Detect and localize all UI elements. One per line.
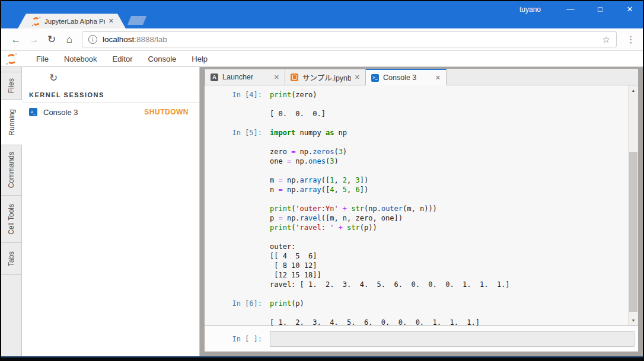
- browser-window: JupyterLab Alpha Preview ✕ tuyano — □ ✕ …: [0, 0, 644, 361]
- cell-code: import numpy as np: [270, 128, 347, 138]
- dock-tab-console-3[interactable]: >_Console 3✕: [366, 69, 447, 85]
- cell-code: m = np.array([1, 2, 3]): [270, 175, 368, 185]
- forward-icon: →: [25, 34, 43, 46]
- session-name: Console 3: [43, 108, 78, 117]
- notebook-icon: [291, 74, 298, 81]
- dock-tab-label: サンプル.ipynb: [302, 72, 351, 83]
- menu-item-notebook[interactable]: Notebook: [56, 55, 105, 63]
- minimize-button[interactable]: —: [565, 5, 576, 14]
- shutdown-button[interactable]: SHUTDOWN: [144, 108, 189, 116]
- scrollbar[interactable]: ▲ ▼: [628, 85, 638, 325]
- cell-code: n = np.array([4, 5, 6]): [270, 185, 368, 194]
- cell-prompt: [205, 166, 270, 175]
- back-icon[interactable]: ←: [7, 34, 25, 46]
- browser-tab-close-icon[interactable]: ✕: [109, 17, 114, 25]
- menu-item-editor[interactable]: Editor: [105, 55, 141, 63]
- sidebar-tab-tabs[interactable]: Tabs: [1, 243, 21, 275]
- sidebar-tab-label: Tabs: [7, 251, 15, 266]
- console-line: outer:: [205, 242, 628, 251]
- sidebar-tab-files[interactable]: Files: [1, 72, 21, 100]
- console-input[interactable]: [270, 331, 635, 347]
- menu-item-help[interactable]: Help: [184, 55, 215, 63]
- console-line: In [5]:import numpy as np: [205, 128, 628, 138]
- cell-prompt: [205, 270, 270, 280]
- cell-prompt: [205, 232, 270, 242]
- sidebar-tab-label: Running: [8, 109, 16, 136]
- address-bar[interactable]: i localhost:8888/lab ☆: [82, 31, 617, 47]
- dock-tab-launcher[interactable]: ALauncher✕: [205, 69, 285, 85]
- browser-menu-icon[interactable]: ⋮: [625, 34, 637, 45]
- page-info-icon[interactable]: i: [88, 35, 97, 44]
- console-line: [205, 138, 628, 147]
- console-line: [ 8 10 12]: [205, 261, 628, 270]
- cell-prompt: [205, 119, 270, 128]
- console-line: zero = np.zeros(3): [205, 147, 628, 156]
- sidebar-tab-label: Commands: [7, 152, 15, 188]
- console-line: [ 0. 0. 0.]: [205, 109, 628, 119]
- cell-prompt: [205, 308, 270, 318]
- console-input-row: In [ ]:: [205, 325, 638, 352]
- scroll-up-icon[interactable]: ▲: [629, 88, 638, 92]
- browser-tab[interactable]: JupyterLab Alpha Preview ✕: [18, 14, 126, 28]
- cell-prompt: [205, 138, 270, 147]
- console-line: [205, 232, 628, 242]
- launcher-icon: A: [211, 74, 218, 81]
- tab-close-icon[interactable]: ✕: [432, 74, 441, 82]
- cell-prompt: [205, 318, 270, 325]
- refresh-icon[interactable]: ↻: [43, 33, 60, 46]
- cell-prompt: [205, 204, 270, 213]
- cell-prompt: [205, 289, 270, 299]
- cell-output: ravel: [ 1. 2. 3. 4. 5. 6. 0. 0. 0. 1. 1…: [270, 280, 510, 289]
- running-panel: ↻ KERNEL SESSIONS >_ Console 3 SHUTDOWN: [22, 67, 200, 356]
- cell-prompt: [205, 280, 270, 289]
- cell-code: p = np.ravel([m, n, zero, one]): [270, 213, 403, 223]
- console-line: print('ravel: ' + str(p)): [205, 223, 628, 232]
- console-line: [ 1. 2. 3. 4. 5. 6. 0. 0. 0. 1. 1. 1.]: [205, 318, 628, 325]
- home-icon[interactable]: ⌂: [60, 34, 78, 46]
- dock-tab--ipynb[interactable]: サンプル.ipynb✕: [285, 69, 366, 85]
- sidebar-tab-label: Cell Tools: [7, 204, 15, 235]
- session-row[interactable]: >_ Console 3 SHUTDOWN: [22, 103, 199, 122]
- refresh-sessions-icon[interactable]: ↻: [49, 72, 58, 84]
- dock-tab-label: Console 3: [383, 74, 416, 82]
- console-icon: >_: [371, 74, 379, 82]
- cell-prompt: [205, 147, 270, 156]
- scrollbar-thumb[interactable]: [629, 152, 637, 312]
- cell-code: zero = np.zeros(3): [270, 147, 347, 156]
- console-line: In [4]:print(zero): [205, 90, 628, 100]
- cell-code: print('ravel: ' + str(p)): [270, 223, 377, 232]
- dock-area: ALauncher✕サンプル.ipynb✕>_Console 3✕ In [4]…: [200, 67, 643, 356]
- console-scroll-area[interactable]: In [4]:print(zero)[ 0. 0. 0.]In [5]:impo…: [205, 85, 628, 325]
- console-line: [205, 289, 628, 299]
- sidebar-tabstrip: FilesRunningCommandsCell ToolsTabs: [1, 67, 22, 356]
- cell-prompt: [205, 213, 270, 223]
- scroll-down-icon[interactable]: ▼: [629, 318, 638, 322]
- new-tab-button[interactable]: [127, 16, 146, 25]
- browser-toolbar: ← → ↻ ⌂ i localhost:8888/lab ☆ ⋮: [1, 28, 643, 51]
- bookmark-star-icon[interactable]: ☆: [602, 34, 610, 45]
- sidebar-tab-cell-tools[interactable]: Cell Tools: [1, 196, 21, 243]
- tab-close-icon[interactable]: ✕: [270, 74, 279, 81]
- cell-code: print(zero): [270, 90, 317, 100]
- console-line: [205, 166, 628, 175]
- console-line: [205, 194, 628, 204]
- console-line: [205, 119, 628, 128]
- sidebar-tab-commands[interactable]: Commands: [1, 145, 21, 196]
- sidebar-tab-label: Files: [7, 78, 15, 93]
- console-line: n = np.array([4, 5, 6]): [205, 185, 628, 194]
- cell-output: [ 1. 2. 3. 4. 5. 6. 0. 0. 0. 1. 1. 1.]: [270, 318, 480, 325]
- cell-prompt: [205, 175, 270, 185]
- cell-prompt: In [4]:: [205, 90, 270, 100]
- menu-item-console[interactable]: Console: [141, 55, 184, 63]
- dock-tabbar: ALauncher✕サンプル.ipynb✕>_Console 3✕: [205, 69, 638, 85]
- sidebar-tab-running[interactable]: Running: [1, 100, 22, 145]
- close-button[interactable]: ✕: [624, 5, 636, 14]
- maximize-button[interactable]: □: [594, 5, 606, 14]
- cell-prompt: [205, 261, 270, 270]
- window-bottom-edge: [1, 356, 643, 360]
- tab-close-icon[interactable]: ✕: [351, 74, 360, 81]
- console-line: In [6]:print(p): [205, 299, 628, 308]
- console-line: m = np.array([1, 2, 3]): [205, 175, 628, 185]
- cell-prompt: [205, 251, 270, 261]
- menu-item-file[interactable]: File: [28, 55, 56, 63]
